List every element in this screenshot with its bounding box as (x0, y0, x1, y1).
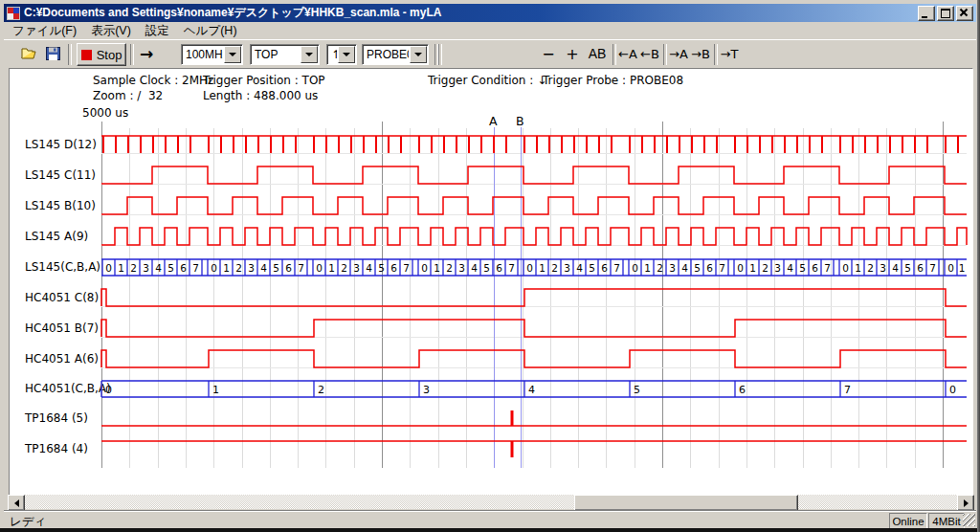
time-scale-label: 5000 us (82, 106, 128, 120)
open-folder-icon (21, 47, 37, 60)
channel-label-2: LS145 B(10) (25, 199, 96, 212)
horizontal-scrollbar[interactable] (8, 495, 972, 509)
cursor-a-label[interactable]: A (489, 114, 498, 128)
channel-label-0: LS145 D(12) (25, 138, 97, 151)
sample-clock-info: Sample Clock : 2MHz (93, 74, 213, 87)
app-icon (7, 7, 20, 20)
trigger-probe-combo[interactable]: PROBE00 (362, 44, 429, 65)
sample-clock-combo[interactable]: 100MHz (181, 44, 243, 65)
chevron-down-icon[interactable] (224, 46, 241, 63)
status-bar: レディ Online 4MBit (4, 510, 976, 529)
trigger-edge-value: ↑ (327, 48, 337, 61)
chevron-down-icon[interactable] (410, 46, 427, 63)
maximize-icon (941, 9, 950, 18)
channel-label-4: LS145(C,B,A) (25, 260, 100, 274)
sample-clock-value: 100MHz (182, 48, 223, 61)
set-cursor-a-button[interactable]: →A (667, 43, 690, 64)
trigger-probe-info: Trigger Probe : PROBE08 (543, 74, 683, 87)
maximize-button[interactable] (937, 6, 954, 21)
menu-help[interactable]: ヘルプ(H) (184, 23, 237, 39)
memory-status-badge: 4MBit (928, 513, 965, 529)
minimize-button[interactable] (918, 6, 935, 21)
toolbar: Stop → 100MHz TOP ↑ PROBE00 − + AB ←A (4, 39, 976, 68)
triangle-left-icon (14, 499, 19, 507)
zoom-in-button[interactable]: + (562, 43, 583, 64)
trigger-position-value: TOP (251, 48, 300, 61)
toolbar-separator (68, 44, 72, 65)
open-file-button[interactable] (17, 43, 40, 64)
channel-label-5: HC4051 C(8) (25, 291, 99, 304)
online-status-badge: Online (889, 513, 927, 529)
menu-settings[interactable]: 設定 (145, 23, 169, 39)
zoom-ab-button[interactable]: AB (585, 43, 610, 64)
stop-icon (81, 50, 92, 60)
scroll-left-button[interactable] (8, 495, 25, 511)
minimize-icon (922, 16, 927, 18)
channel-label-8: HC4051(C,B,A) (25, 382, 111, 395)
scrollbar-thumb[interactable] (574, 495, 798, 511)
triangle-right-icon (964, 499, 969, 507)
trigger-position-combo[interactable]: TOP (250, 44, 320, 65)
channel-label-6: HC4051 B(7) (25, 321, 99, 335)
app-window: C:¥Documents and Settings¥noname¥デスクトップ¥… (0, 0, 980, 532)
chevron-down-icon[interactable] (338, 46, 355, 63)
window-title: C:¥Documents and Settings¥noname¥デスクトップ¥… (24, 5, 441, 21)
trigger-condition-info: Trigger Condition : ↓ (428, 74, 546, 87)
waveform-panel (9, 68, 973, 497)
run-button[interactable]: → (134, 43, 159, 64)
toolbar-separator (438, 44, 442, 65)
zoom-out-button[interactable]: − (538, 43, 559, 64)
channel-label-10: TP1684 (4) (25, 442, 88, 455)
channel-label-9: TP1684 (5) (25, 411, 88, 425)
channel-label-7: HC4051 A(6) (25, 352, 99, 366)
goto-trigger-button[interactable]: →T (718, 43, 741, 64)
trigger-edge-combo[interactable]: ↑ (326, 44, 357, 65)
save-button[interactable] (41, 43, 64, 64)
floppy-disk-icon (46, 47, 60, 60)
trigger-probe-value: PROBE00 (363, 48, 409, 61)
stop-button[interactable]: Stop (77, 43, 126, 66)
run-arrow-icon: → (140, 44, 153, 63)
goto-cursor-b-button[interactable]: ←B (638, 43, 661, 64)
channel-label-3: LS145 A(9) (25, 230, 88, 243)
chevron-down-icon[interactable] (301, 46, 318, 63)
length-info: Length : 488.000 us (203, 89, 318, 102)
close-button[interactable] (956, 6, 973, 21)
channel-label-1: LS145 C(11) (25, 168, 96, 182)
menu-bar: ファイル(F) 表示(V) 設定 ヘルプ(H) (4, 22, 980, 39)
goto-cursor-a-button[interactable]: ←A (616, 43, 639, 64)
cursor-b-label[interactable]: B (516, 114, 524, 128)
resize-grip[interactable] (963, 514, 975, 526)
menu-view[interactable]: 表示(V) (91, 23, 131, 39)
window-bottom-edge (0, 528, 980, 532)
menu-file[interactable]: ファイル(F) (12, 23, 77, 39)
title-bar: C:¥Documents and Settings¥noname¥デスクトップ¥… (4, 4, 976, 22)
scroll-right-button[interactable] (957, 495, 974, 511)
zoom-info: Zoom : / 32 (93, 89, 163, 102)
set-cursor-b-button[interactable]: →B (689, 43, 712, 64)
trigger-position-info: Trigger Position : TOP (203, 74, 325, 87)
